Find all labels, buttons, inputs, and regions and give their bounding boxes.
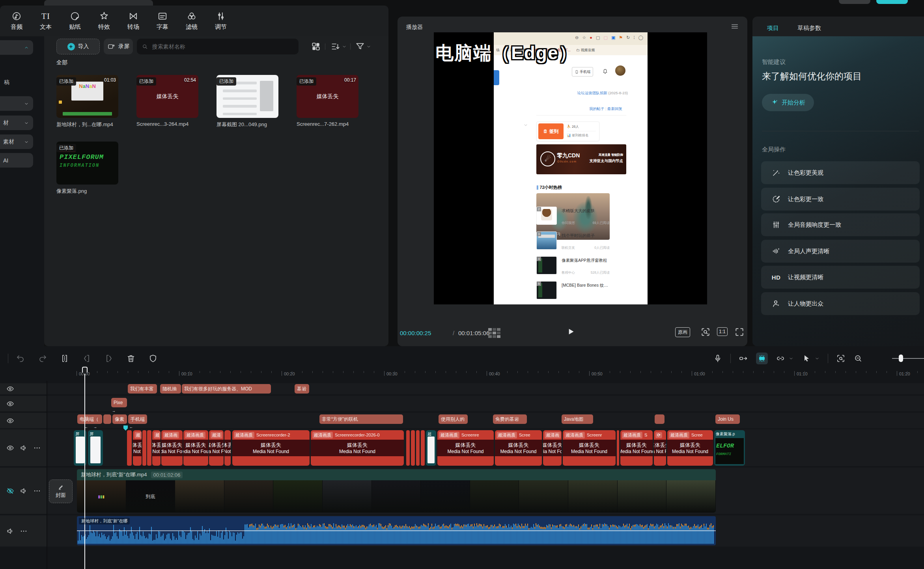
zoom-slider[interactable] [892,358,924,359]
clip-fragment[interactable] [421,430,425,466]
missing-media-clip[interactable]: 超清画质Screenrecorder-2026-0媒体丢失Media Not F… [311,430,404,466]
sidebar-item[interactable]: AI [0,153,33,168]
sidebar-item[interactable]: 素材 [0,134,33,149]
missing-media-clip[interactable]: 媒体丢失Media Not Found [224,430,231,466]
text-clip[interactable]: 免费的基岩 [493,414,527,424]
ratio-button[interactable]: 1:1 [717,327,728,336]
hot-post-item[interactable]: 3找个平时玩的搭子联机交友0人已阅读 [536,231,610,253]
text-clip[interactable]: 使用别人的 [439,414,468,424]
text-clip[interactable]: 电脑端（ [77,414,102,424]
sort-icon[interactable] [330,41,341,52]
more-icon[interactable] [33,487,41,495]
chevron-down-icon[interactable] [342,44,347,49]
sidebar-item[interactable] [0,40,33,55]
latest-reply-link[interactable]: 最新回复 [607,106,622,111]
bookmark-item[interactable]: 🗀 视频音频 [576,48,595,53]
media-item[interactable]: PIXELFORUMINFORMATION已添加像素聚落.png [56,142,118,195]
toolbar-item-ti[interactable]: TI文本 [34,11,58,31]
audio-clip[interactable]: 新地球村，到底“新”在哪 [77,516,716,545]
grid-view-icon[interactable] [311,41,321,52]
tab-draft-params[interactable]: 草稿参数 [797,24,821,32]
cursor-icon[interactable] [802,354,811,363]
link-icon[interactable] [776,354,785,363]
import-button[interactable]: + 导入 [56,39,100,54]
missing-media-clip[interactable]: 超清画质Screenrecorder-2媒体丢失Media Not Found [232,430,310,466]
toolbar-item-star[interactable]: 特效 [92,11,116,31]
missing-media-clip[interactable]: 超清媒体丢失Media Not Found [209,430,224,466]
action-hd[interactable]: HD让视频更清晰 [761,266,920,289]
cdn-banner[interactable]: ☄零九CDNO9cdn.com高速流量 智能防御支持亚太与国内节点 [536,144,626,174]
clip-fragment[interactable] [127,430,132,466]
eye-icon[interactable] [6,400,14,408]
user-avatar[interactable] [615,65,625,76]
missing-media-clip[interactable]: 超媒体丢失Media Not Found [152,430,161,466]
missing-media-clip[interactable]: ⟳媒体丢失Media Not Found [654,430,666,466]
cover-button[interactable]: 封面 [49,479,73,503]
chevron-down-icon[interactable] [366,44,371,49]
missing-media-clip[interactable]: 超清画质Screenr媒体丢失Media Not Found [563,430,616,466]
eye-icon[interactable] [6,444,14,452]
toolbar-item-caption[interactable]: 字幕 [151,11,174,31]
undo-icon[interactable] [16,354,25,363]
text-clip[interactable]: 随机抽 [160,384,181,394]
hot-post-item[interactable]: 5[MCBE] Bare Bones 纹理包! [536,280,610,302]
top-link-text[interactable]: 论坛运营团队招新 [577,91,607,95]
chevron-down-icon[interactable] [788,356,794,361]
more-icon[interactable] [33,444,41,452]
missing-media-clip[interactable]: 超清画质S媒体丢失Media Not Found [620,430,653,466]
zoom-slider-handle[interactable] [899,354,903,362]
toolbar-item-transition[interactable]: 转场 [121,11,145,31]
tab-project[interactable]: 项目 [767,24,779,32]
missing-media-clip[interactable]: 超清画质Scree媒体丢失Media Not Found [495,430,542,466]
analyze-button[interactable]: 开始分析 [762,94,814,111]
media-item[interactable]: 媒体丢失已添加00:17Screenrec...7-262.mp4 [297,75,358,127]
hot-post-item[interactable]: 4像素聚落APP悬浮窗教程教程中心528人已阅读 [536,256,610,278]
play-button[interactable] [566,326,576,337]
text-clip[interactable]: 我们有很多好玩的服务器、MOD [182,384,271,394]
zoom-area-icon[interactable] [700,327,711,337]
audio-volume-line[interactable] [77,530,716,531]
my-posts-link[interactable]: 我的帖子 [589,106,604,111]
search-box[interactable] [137,39,299,54]
bell-icon[interactable] [602,68,609,75]
media-item[interactable]: 已添加屏幕截图 20...049.png [217,75,278,128]
text-clip[interactable]: 非常“方便”的联机 [319,414,403,424]
text-clip[interactable]: 基岩 [295,384,309,394]
top-gray-button-fragment[interactable] [839,0,870,4]
browser-icons[interactable]: ⊖ ☆ ● ▢ ▢ ▣ ⚑ ↻ ⁞ ◯ [575,35,644,40]
clip-fragment[interactable] [406,430,410,466]
fullscreen-icon[interactable] [734,327,745,337]
toolbar-item-music[interactable]: 音频 [5,11,28,31]
trash-icon[interactable] [126,354,136,363]
checkin-button[interactable]: 🗓签到 [538,123,564,139]
missing-media-clip[interactable]: 超清画媒体丢失Media Not Found [543,430,562,466]
clip-fragment[interactable] [147,430,151,466]
text-clip[interactable]: 手机端 [128,414,147,424]
text-clip[interactable]: Join Us [715,414,740,424]
checkin-rank[interactable]: 📊 签到榜排名 [567,133,588,138]
toolbar-item-filter[interactable]: 滤镜 [180,11,203,31]
clip-fragment[interactable] [411,430,415,466]
my-posts-row[interactable]: 我的帖子 | 最新回复 [494,106,622,112]
chevron-down-icon[interactable] [814,356,820,361]
media-item[interactable]: 媒体丢失已添加02:54Screenrec...3-264.mp4 [136,75,198,127]
missing-media-clip[interactable]: 超清画质Screenre媒体丢失Media Not Found [437,430,494,466]
text-clip[interactable] [655,414,665,424]
screenshot-clip[interactable]: 超 [426,430,436,466]
quality-button[interactable]: 原画 [675,327,690,337]
zoomout-icon[interactable] [853,354,863,363]
mic-icon[interactable] [713,354,722,363]
clip-fragment[interactable] [617,430,619,466]
collapse-chevron-icon[interactable] [523,122,528,128]
filter-icon[interactable] [355,41,365,52]
text-clip[interactable] [103,414,111,424]
blue-fragment[interactable] [494,70,499,85]
hot-post-item[interactable]: 2求桶版大大的皮肤你问我答69人已阅读 [536,206,610,228]
pixel-clip[interactable]: 像素聚落.pELFORFORMATI [714,430,745,466]
sidebar-item[interactable]: 材 [0,116,33,130]
toolbar-item-adjust[interactable]: 调节 [209,11,233,31]
search-input[interactable] [151,43,294,50]
framezoom-icon[interactable] [836,354,846,363]
missing-media-clip[interactable]: 超媒体丢失Media Not Found [133,430,142,466]
thumbnail-density-icon[interactable] [488,328,500,338]
